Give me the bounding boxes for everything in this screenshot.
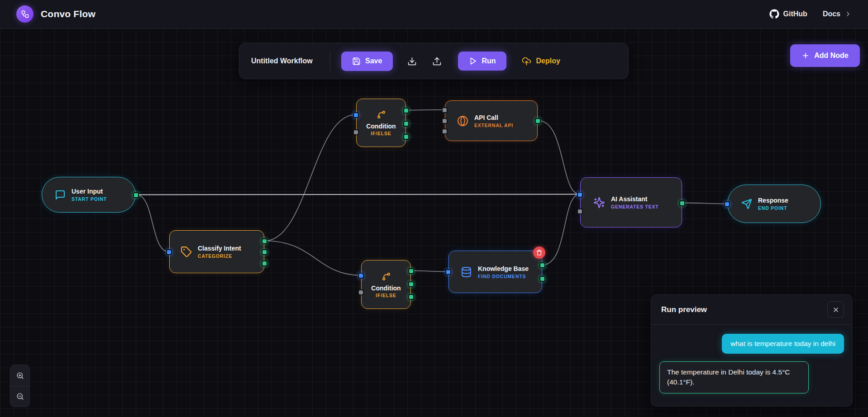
message-icon (55, 190, 66, 200)
run-button[interactable]: Run (458, 52, 506, 71)
github-label: GitHub (783, 10, 807, 18)
github-link[interactable]: GitHub (769, 9, 807, 19)
upload-button[interactable] (428, 52, 446, 71)
edge-apicall-aiassistant (538, 121, 580, 194)
workflow-name-input[interactable] (251, 57, 327, 65)
add-node-button[interactable]: Add Node (790, 44, 860, 67)
node-subtitle: END POINT (758, 205, 788, 211)
run-preview-panel: Run preview what is temperature today in… (651, 294, 853, 407)
edge-classify-condition-top (265, 115, 356, 241)
output-handle[interactable] (403, 134, 409, 140)
node-response[interactable]: Response END POINT (727, 185, 821, 223)
edge-userinput-classify (136, 195, 169, 252)
save-icon (352, 57, 361, 66)
sparkles-icon (593, 197, 605, 208)
docs-link[interactable]: Docs (823, 10, 852, 18)
node-classify-intent[interactable]: Classify Intent CATEGORIZE (169, 230, 264, 273)
deploy-label: Deploy (536, 57, 560, 65)
output-handle[interactable] (408, 268, 414, 274)
input-handle[interactable] (577, 192, 583, 198)
app-root: Convo Flow GitHub Docs (0, 0, 868, 417)
node-ai-assistant[interactable]: AI Assistant GENERATES TEXT (580, 177, 682, 227)
zoom-in-button[interactable] (10, 365, 29, 386)
chevron-right-icon (844, 10, 852, 18)
deploy-button[interactable]: Deploy (519, 52, 563, 71)
zoom-in-icon (16, 372, 24, 379)
node-subtitle: IF/ELSE (376, 293, 396, 298)
input-handle[interactable] (358, 273, 364, 279)
output-handle[interactable] (535, 118, 541, 124)
output-handle[interactable] (262, 238, 267, 244)
output-handle[interactable] (408, 281, 414, 287)
output-handle[interactable] (408, 294, 414, 300)
input-handle[interactable] (166, 249, 172, 255)
user-message-row: what is temperature today in delhi (659, 334, 844, 354)
node-title: User Input (72, 188, 107, 195)
edge-condition-apicall (406, 110, 444, 110)
save-button[interactable]: Save (341, 52, 393, 71)
output-handle[interactable] (539, 276, 545, 282)
edge-classify-condition-bottom (265, 241, 361, 275)
zoom-out-button[interactable] (10, 386, 29, 407)
node-title: Knowledge Base (478, 265, 529, 272)
app-title: Convo Flow (41, 9, 95, 19)
database-icon (461, 266, 472, 278)
close-icon (832, 306, 839, 313)
edge-userinput-aiassistant (136, 194, 580, 195)
workflow-toolbar: Save Run (239, 43, 629, 79)
node-api-call[interactable]: API Call EXTERNAL API (445, 100, 538, 141)
output-handle[interactable] (679, 200, 685, 206)
node-condition-top[interactable]: Condition IF/ELSE (356, 99, 406, 147)
plus-icon (801, 52, 810, 60)
zoom-out-icon (16, 393, 24, 400)
delete-node-button[interactable] (533, 246, 545, 259)
flow-canvas[interactable]: User Input START POINT Classify Intent C… (0, 28, 868, 417)
input-handle[interactable] (442, 107, 448, 113)
edge-aiassistant-response (682, 203, 727, 204)
node-title: Condition (366, 123, 396, 130)
header-links: GitHub Docs (769, 9, 852, 19)
input-handle[interactable] (358, 289, 364, 295)
add-node-label: Add Node (814, 52, 849, 60)
user-message-bubble: what is temperature today in delhi (722, 334, 844, 354)
cloud-upload-icon (522, 57, 531, 66)
download-button[interactable] (403, 52, 421, 71)
app-logo-icon (16, 5, 33, 23)
output-handle[interactable] (539, 262, 545, 268)
node-knowledge-base[interactable]: Knowledge Base FIND DOCUMENTS (448, 251, 542, 293)
run-preview-title: Run preview (661, 305, 707, 314)
node-title: Response (758, 197, 788, 204)
toolbar-divider (330, 51, 330, 71)
header: Convo Flow GitHub Docs (0, 0, 868, 28)
save-label: Save (365, 57, 382, 65)
input-handle[interactable] (442, 118, 448, 124)
assistant-message-bubble: The temperature in Delhi today is 4.5°C … (659, 361, 809, 393)
node-subtitle: CATEGORIZE (198, 253, 241, 259)
output-handle[interactable] (262, 249, 267, 255)
input-handle[interactable] (724, 201, 730, 207)
output-handle[interactable] (403, 108, 409, 114)
close-preview-button[interactable] (827, 301, 844, 318)
node-subtitle: EXTERNAL API (474, 123, 513, 128)
node-subtitle: GENERATES TEXT (611, 204, 659, 209)
input-handle[interactable] (445, 269, 451, 275)
node-title: API Call (474, 114, 513, 121)
node-title: Classify Intent (198, 245, 241, 252)
node-title: Condition (371, 284, 401, 292)
input-handle[interactable] (353, 129, 359, 135)
input-handle[interactable] (442, 128, 448, 134)
output-handle[interactable] (403, 121, 409, 127)
input-handle[interactable] (353, 112, 359, 118)
upload-icon (432, 57, 442, 66)
import-export-group (403, 52, 446, 71)
output-handle[interactable] (133, 192, 139, 198)
edge-knowledgebase-aiassistant (543, 194, 580, 265)
output-handle[interactable] (262, 261, 267, 266)
input-handle[interactable] (577, 208, 583, 214)
edge-condition-knowledgebase (411, 271, 448, 272)
node-condition-bottom[interactable]: Condition IF/ELSE (361, 260, 411, 309)
node-user-input[interactable]: User Input START POINT (42, 177, 136, 213)
brand: Convo Flow (16, 5, 95, 23)
run-label: Run (482, 57, 496, 65)
node-title: AI Assistant (611, 195, 659, 203)
